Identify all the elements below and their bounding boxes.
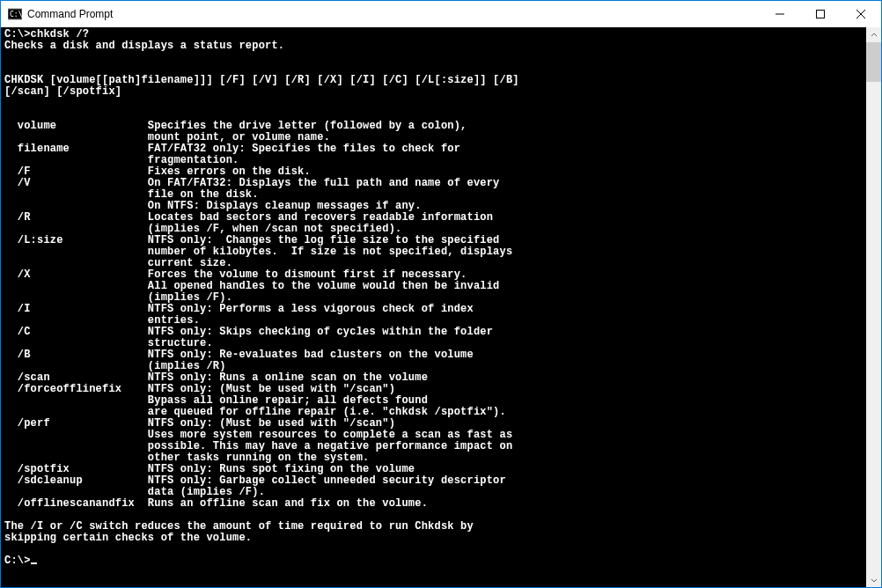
param-desc: NTFS only: Runs spot fixing on the volum… bbox=[148, 463, 415, 475]
param-desc: On NTFS: Displays cleanup messages if an… bbox=[4, 200, 422, 212]
param-desc: On FAT/FAT32: Displays the full path and… bbox=[148, 177, 500, 189]
prompt: C:\> bbox=[4, 28, 31, 40]
param-desc: NTFS only: Skips checking of cycles with… bbox=[148, 326, 493, 338]
param-desc: (implies /F). bbox=[4, 291, 232, 304]
typed-command: chkdsk /? bbox=[31, 28, 90, 40]
param-desc: NTFS only: Runs a online scan on the vol… bbox=[148, 371, 428, 384]
param-key: /R bbox=[4, 211, 148, 224]
minimize-icon bbox=[775, 10, 784, 18]
maximize-icon bbox=[816, 10, 825, 18]
param-desc: NTFS only: Re-evaluates bad clusters on … bbox=[148, 349, 474, 361]
scroll-down-button[interactable] bbox=[866, 572, 881, 587]
titlebar[interactable]: C:\ Command Prompt bbox=[1, 1, 881, 27]
param-desc: Specifies the drive letter (followed by … bbox=[148, 120, 467, 132]
param-key: /V bbox=[4, 177, 148, 189]
console-output[interactable]: C:\>chkdsk /? Checks a disk and displays… bbox=[1, 27, 866, 587]
param-desc: possible. This may have a negative perfo… bbox=[4, 440, 512, 452]
param-desc: NTFS only: (Must be used with "/scan") bbox=[148, 383, 395, 395]
command-prompt-icon: C:\ bbox=[8, 7, 22, 21]
svg-text:C:\: C:\ bbox=[10, 11, 22, 18]
param-desc: NTFS only: (Must be used with "/scan") bbox=[148, 417, 395, 430]
param-desc: file on the disk. bbox=[4, 188, 259, 201]
param-desc: NTFS only: Performs a less vigorous chec… bbox=[148, 303, 474, 315]
param-key: /perf bbox=[4, 417, 148, 430]
param-key: /B bbox=[4, 349, 148, 361]
param-desc: data (implies /F). bbox=[4, 486, 265, 498]
chevron-up-icon bbox=[871, 32, 878, 39]
param-key: /sdcleanup bbox=[4, 474, 148, 487]
scroll-thumb[interactable] bbox=[866, 42, 881, 82]
param-desc: Forces the volume to dismount first if n… bbox=[148, 268, 467, 281]
param-desc: mount point, or volume name. bbox=[4, 131, 330, 143]
param-desc: All opened handles to the volume would t… bbox=[4, 280, 500, 292]
close-button[interactable] bbox=[841, 1, 881, 27]
cursor-icon bbox=[31, 562, 37, 564]
param-desc: structure. bbox=[4, 337, 213, 349]
param-key: /offlinescanandfix bbox=[4, 497, 148, 510]
svg-rect-3 bbox=[817, 11, 825, 18]
maximize-button[interactable] bbox=[800, 1, 841, 27]
close-icon bbox=[856, 10, 865, 18]
param-key: /I bbox=[4, 303, 148, 315]
command-prompt-window: C:\ Command Prompt C:\>chkdsk /? Checks … bbox=[0, 0, 882, 588]
param-desc: Runs an offline scan and fix on the volu… bbox=[148, 497, 428, 510]
param-key: volume bbox=[4, 120, 148, 132]
param-key: filename bbox=[4, 143, 148, 155]
param-desc: Uses more system resources to complete a… bbox=[4, 429, 512, 441]
param-key: /C bbox=[4, 326, 148, 338]
param-desc: Locates bad sectors and recovers readabl… bbox=[148, 211, 493, 224]
param-desc: other tasks running on the system. bbox=[4, 452, 369, 464]
param-key: /L:size bbox=[4, 234, 148, 246]
prompt: C:\> bbox=[4, 555, 31, 567]
param-desc: Bypass all online repair; all defects fo… bbox=[4, 394, 428, 407]
param-desc: (implies /F, when /scan not specified). bbox=[4, 223, 401, 235]
param-desc: entries. bbox=[4, 314, 200, 327]
scroll-track[interactable] bbox=[866, 42, 881, 572]
param-key: /X bbox=[4, 268, 148, 281]
param-desc: are queued for offline repair (i.e. "chk… bbox=[4, 406, 506, 418]
scroll-up-button[interactable] bbox=[866, 27, 881, 42]
param-key: /F bbox=[4, 165, 148, 178]
minimize-button[interactable] bbox=[760, 1, 800, 27]
param-desc: NTFS only: Changes the log file size to … bbox=[148, 234, 500, 246]
param-desc: FAT/FAT32 only: Specifies the files to c… bbox=[148, 143, 460, 155]
output-line: Checks a disk and displays a status repo… bbox=[4, 40, 284, 52]
output-line: skipping certain checks of the volume. bbox=[4, 532, 252, 544]
output-line: [/scan] [/spotfix] bbox=[4, 85, 121, 98]
param-key: /spotfix bbox=[4, 463, 148, 475]
window-controls bbox=[760, 1, 881, 27]
param-desc: NTFS only: Garbage collect unneeded secu… bbox=[148, 474, 506, 487]
window-title: Command Prompt bbox=[27, 8, 760, 20]
output-line: CHKDSK [volume[[path]filename]]] [/F] [/… bbox=[4, 74, 519, 86]
param-key: /scan bbox=[4, 371, 148, 384]
param-desc: fragmentation. bbox=[4, 154, 239, 166]
param-desc: current size. bbox=[4, 257, 232, 269]
output-line: The /I or /C switch reduces the amount o… bbox=[4, 520, 474, 533]
param-key: /forceofflinefix bbox=[4, 383, 148, 395]
client-area: C:\>chkdsk /? Checks a disk and displays… bbox=[1, 27, 881, 587]
param-desc: (implies /R) bbox=[4, 360, 226, 372]
vertical-scrollbar[interactable] bbox=[866, 27, 881, 587]
param-desc: number of kilobytes. If size is not spec… bbox=[4, 246, 512, 258]
param-desc: Fixes errors on the disk. bbox=[148, 165, 311, 178]
chevron-down-icon bbox=[871, 577, 878, 584]
